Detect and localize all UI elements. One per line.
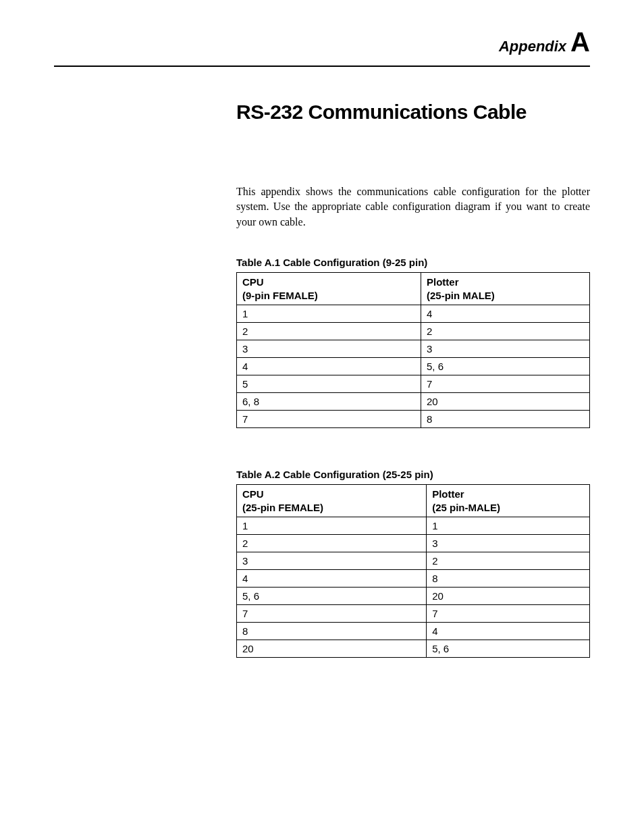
table-cell: 4 bbox=[421, 305, 589, 323]
table-cell: 7 bbox=[421, 375, 589, 393]
table-row: 23 bbox=[237, 535, 590, 552]
table-cell: 5, 6 bbox=[427, 640, 590, 658]
table2: CPU (25-pin FEMALE) Plotter (25 pin-MALE… bbox=[236, 484, 590, 658]
intro-paragraph: This appendix shows the communications c… bbox=[236, 184, 590, 230]
table1: CPU (9-pin FEMALE) Plotter (25-pin MALE)… bbox=[236, 272, 590, 428]
table2-caption: Table A.2 Cable Configuration (25-25 pin… bbox=[236, 469, 590, 480]
table-row: 11 bbox=[237, 517, 590, 535]
table-cell: 8 bbox=[421, 411, 589, 428]
table2-header-col2: Plotter (25 pin-MALE) bbox=[427, 485, 590, 517]
table-cell: 8 bbox=[427, 570, 590, 588]
table-cell: 4 bbox=[237, 358, 421, 375]
table-row: 32 bbox=[237, 552, 590, 570]
table1-header-row: CPU (9-pin FEMALE) Plotter (25-pin MALE) bbox=[237, 273, 590, 305]
table-row: 84 bbox=[237, 623, 590, 640]
table-cell: 20 bbox=[237, 640, 427, 658]
table2-header-col2-line1: Plotter bbox=[432, 488, 584, 501]
table2-body: 11 23 32 48 5, 620 77 84 205, 6 bbox=[237, 517, 590, 658]
page-header: AppendixA bbox=[54, 27, 590, 67]
table-cell: 5, 6 bbox=[421, 358, 589, 375]
table1-caption: Table A.1 Cable Configuration (9-25 pin) bbox=[236, 257, 590, 268]
main-content: RS-232 Communications Cable This appendi… bbox=[236, 101, 590, 658]
table-row: 5, 620 bbox=[237, 588, 590, 605]
appendix-label: Appendix bbox=[499, 38, 566, 55]
table-row: 205, 6 bbox=[237, 640, 590, 658]
table-cell: 1 bbox=[427, 517, 590, 535]
table-row: 57 bbox=[237, 375, 590, 393]
table1-header-col2-line2: (25-pin MALE) bbox=[427, 289, 584, 303]
table-cell: 7 bbox=[427, 605, 590, 623]
table2-header-row: CPU (25-pin FEMALE) Plotter (25 pin-MALE… bbox=[237, 485, 590, 517]
table2-header-col1-line1: CPU bbox=[242, 488, 421, 501]
table-row: 45, 6 bbox=[237, 358, 590, 375]
table2-header-col1-line2: (25-pin FEMALE) bbox=[242, 501, 421, 515]
table2-header-col2-line2: (25 pin-MALE) bbox=[432, 501, 584, 515]
table-row: 14 bbox=[237, 305, 590, 323]
table1-header-col1-line1: CPU bbox=[242, 276, 415, 289]
table-row: 33 bbox=[237, 340, 590, 358]
table-cell: 2 bbox=[237, 323, 421, 340]
table-cell: 1 bbox=[237, 517, 427, 535]
table-cell: 3 bbox=[427, 535, 590, 552]
table-cell: 4 bbox=[427, 623, 590, 640]
table1-header-col1-line2: (9-pin FEMALE) bbox=[242, 289, 415, 303]
table-cell: 5, 6 bbox=[237, 588, 427, 605]
table-cell: 2 bbox=[421, 323, 589, 340]
table-cell: 2 bbox=[237, 535, 427, 552]
table1-header-col2: Plotter (25-pin MALE) bbox=[421, 273, 589, 305]
table-cell: 7 bbox=[237, 605, 427, 623]
table1-body: 14 22 33 45, 6 57 6, 820 78 bbox=[237, 305, 590, 428]
table-row: 22 bbox=[237, 323, 590, 340]
table-cell: 20 bbox=[421, 393, 589, 411]
table-row: 6, 820 bbox=[237, 393, 590, 411]
table-cell: 3 bbox=[237, 340, 421, 358]
table-cell: 8 bbox=[237, 623, 427, 640]
table-row: 78 bbox=[237, 411, 590, 428]
table1-header-col2-line1: Plotter bbox=[427, 276, 584, 289]
table-cell: 1 bbox=[237, 305, 421, 323]
table-cell: 4 bbox=[237, 570, 427, 588]
table2-header-col1: CPU (25-pin FEMALE) bbox=[237, 485, 427, 517]
table-row: 48 bbox=[237, 570, 590, 588]
table-cell: 2 bbox=[427, 552, 590, 570]
table-cell: 3 bbox=[237, 552, 427, 570]
table-cell: 3 bbox=[421, 340, 589, 358]
appendix-letter: A bbox=[570, 27, 590, 57]
table-cell: 5 bbox=[237, 375, 421, 393]
table-cell: 6, 8 bbox=[237, 393, 421, 411]
page-title: RS-232 Communications Cable bbox=[236, 101, 590, 124]
table-row: 77 bbox=[237, 605, 590, 623]
table-cell: 7 bbox=[237, 411, 421, 428]
table1-header-col1: CPU (9-pin FEMALE) bbox=[237, 273, 421, 305]
table-cell: 20 bbox=[427, 588, 590, 605]
